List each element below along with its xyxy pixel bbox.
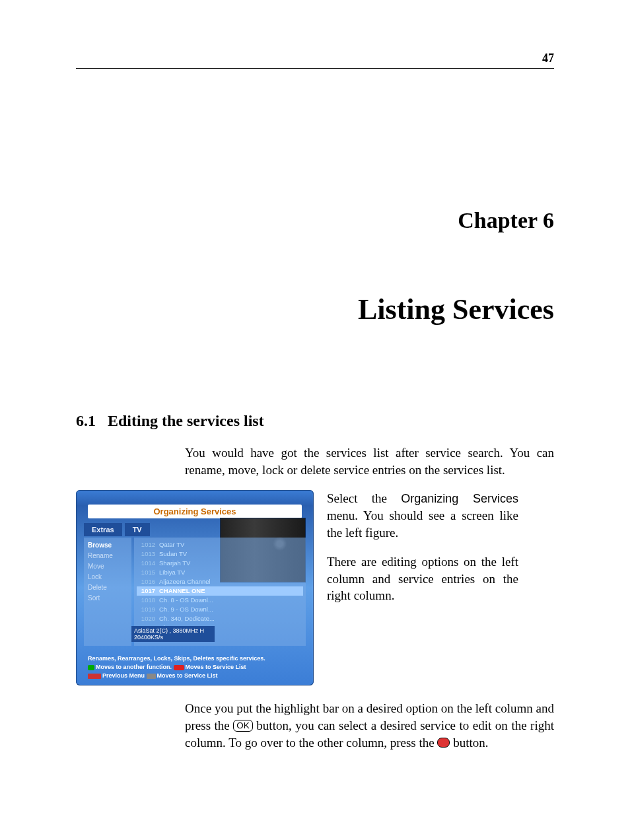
chapter-title: Listing Services [76, 293, 554, 326]
channel-row: 1013Sudan TV [137, 549, 303, 559]
section-heading: 6.1 Editing the services list [76, 412, 554, 430]
help-text: Renames, Rearranges, Locks, Skips, Delet… [88, 654, 302, 680]
status-bar: AsiaSat 2(C) , 3880MHz H 20400KS/s [131, 626, 215, 642]
screenshot-tabs: Extras TV [84, 523, 150, 536]
help-line-2b: Moves to Service List [186, 664, 246, 670]
header-rule [76, 68, 554, 69]
opt-move: Move [88, 561, 127, 572]
side-p1a: Select the [327, 491, 401, 505]
opt-rename: Rename [88, 551, 127, 561]
opt-delete: Delete [88, 582, 127, 593]
red-button-icon [174, 665, 184, 670]
chapter-label: Chapter 6 [76, 208, 554, 233]
chapter-header: Chapter 6 Listing Services [76, 208, 554, 326]
help-line-3b: Moves to Service List [157, 672, 218, 679]
opt-lock: Lock [88, 572, 127, 582]
channel-row: 1012Qatar TV [137, 540, 303, 549]
side-p1b: menu. You should see a screen like the l… [327, 508, 518, 540]
help-line-2a: Moves to another function. [96, 664, 172, 670]
channel-row: 1016Aljazeera Channel [137, 577, 303, 586]
opt-sort: Sort [88, 593, 127, 604]
channel-row-highlight: 1017CHANNEL ONE [137, 586, 303, 596]
red-key-icon [437, 738, 450, 748]
channel-row: 1019Ch. 9 - OS Downl... [137, 605, 303, 614]
screenshot-title: Organizing Services [88, 505, 302, 518]
page: 47 Chapter 6 Listing Services 6.1 Editin… [0, 0, 630, 840]
intro-paragraph: You would have got the services list aft… [185, 444, 554, 478]
figure-row: Organizing Services Extras TV Browse Ren… [76, 490, 554, 685]
tab-extras: Extras [84, 523, 122, 536]
after-paragraph: Once you put the highlight bar on a desi… [185, 700, 554, 751]
side-p2: There are editing options on the left co… [327, 553, 518, 604]
section-title: Editing the services list [108, 412, 264, 430]
channel-row: 1020Ch. 340, Dedicate... [137, 614, 303, 623]
help-line-1: Renames, Rearranges, Locks, Skips, Delet… [88, 655, 265, 662]
green-button-icon [88, 665, 94, 670]
tab-tv: TV [125, 523, 150, 536]
figure-side-text: Select the Organizing Services menu. You… [327, 490, 518, 617]
tv-screenshot: Organizing Services Extras TV Browse Ren… [76, 490, 314, 685]
channel-row: 1018Ch. 8 - OS Downl... [137, 596, 303, 605]
help-line-3a: Previous Menu [102, 672, 145, 679]
ok-key-icon: OK [233, 720, 253, 732]
menu-button-icon [88, 674, 101, 679]
page-number: 47 [542, 52, 554, 65]
channel-row: 1014Sharjah TV [137, 559, 303, 568]
menu-name: Organizing Services [401, 492, 518, 505]
section-number: 6.1 [76, 412, 96, 430]
opt-browse: Browse [88, 540, 127, 551]
channel-row: 1015Libiya TV [137, 568, 303, 577]
after-c: button. [450, 736, 488, 750]
ok-button-icon [147, 674, 156, 679]
left-options: Browse Rename Move Lock Delete Sort [84, 538, 131, 646]
